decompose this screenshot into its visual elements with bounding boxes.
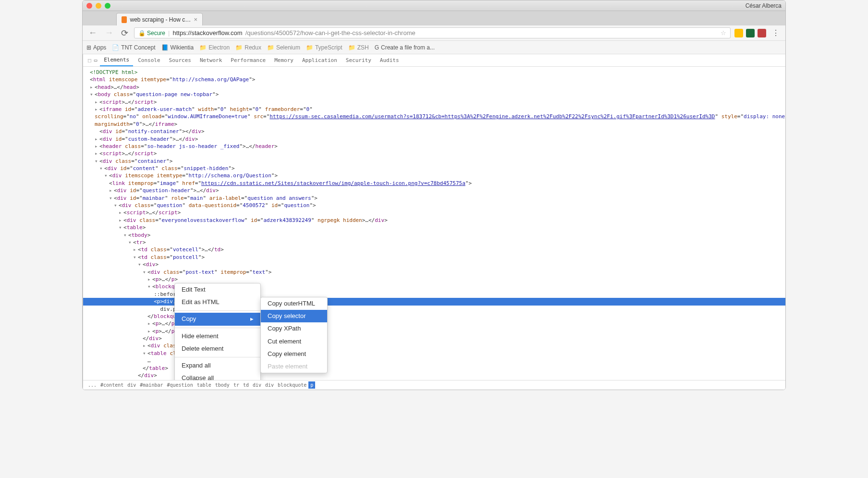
browser-window: César Alberca web scraping - How can I g… (82, 0, 786, 390)
dt-tab-network[interactable]: Network (196, 55, 226, 66)
dt-tab-elements[interactable]: Elements (100, 54, 133, 66)
apps-button[interactable]: ⊞ Apps (86, 44, 106, 51)
ctx-cut[interactable]: Cut element (261, 335, 327, 348)
forward-button[interactable]: → (103, 28, 115, 38)
extension-icon[interactable] (734, 29, 743, 37)
dt-tab-sources[interactable]: Sources (165, 55, 195, 66)
so-favicon (122, 16, 127, 23)
maximize-window-button[interactable] (105, 3, 110, 9)
bookmark-bar: ⊞ Apps 📄 TNT Concept 📘 Wikientia 📁 Elect… (83, 41, 785, 54)
bookmark-item[interactable]: G Create a file from a... (375, 44, 435, 51)
ctx-copy-el[interactable]: Copy element (261, 348, 327, 360)
bookmark-folder[interactable]: 📁 ZSH (348, 44, 369, 51)
ctx-expand[interactable]: Expand all (175, 359, 260, 372)
dt-tab-audits[interactable]: Audits (376, 55, 403, 66)
address-bar[interactable]: 🔒Secure | https://stackoverflow.com/ques… (134, 27, 731, 38)
dt-tab-security[interactable]: Security (342, 55, 375, 66)
devtools: ⬚ ▭ Elements Console Sources Network Per… (83, 54, 786, 390)
context-submenu: Copy outerHTML Copy selector Copy XPath … (260, 297, 328, 373)
ctx-copy-xpath[interactable]: Copy XPath (261, 322, 327, 335)
dt-tab-memory[interactable]: Memory (270, 55, 297, 66)
extension-icon[interactable] (758, 29, 766, 37)
lock-icon: 🔒 (138, 30, 146, 37)
titlebar: César Alberca (83, 0, 785, 11)
ctx-collapse[interactable]: Collapse all (175, 372, 260, 380)
bookmark-folder[interactable]: 📁 TypeScript (306, 44, 342, 51)
context-menu: Edit Text Edit as HTML Copy▸ Hide elemen… (174, 283, 261, 380)
dt-tab-application[interactable]: Application (298, 55, 341, 66)
ctx-edit-text[interactable]: Edit Text (175, 283, 260, 296)
profile-name[interactable]: César Alberca (746, 2, 782, 9)
devtools-toolbar: ⬚ ▭ Elements Console Sources Network Per… (83, 54, 786, 67)
extension-icons (734, 29, 766, 37)
close-window-button[interactable] (86, 3, 92, 9)
browser-tab[interactable]: web scraping - How can I get × (116, 13, 203, 25)
minimize-window-button[interactable] (96, 3, 101, 9)
bookmark-item[interactable]: 📄 TNT Concept (112, 44, 155, 51)
dt-tab-console[interactable]: Console (134, 55, 164, 66)
dt-tab-performance[interactable]: Performance (227, 55, 269, 66)
element-breadcrumb[interactable]: ... #content div #mainbar #question tabl… (83, 380, 786, 390)
tab-strip: web scraping - How can I get × (83, 11, 785, 25)
ctx-edit-html[interactable]: Edit as HTML (175, 296, 260, 308)
elements-panel[interactable]: <!DOCTYPE html> <html itemscope itemtype… (83, 67, 786, 380)
bookmark-folder[interactable]: 📁 Electron (199, 44, 230, 51)
chrome-menu-button[interactable]: ⋮ (770, 28, 782, 37)
url-host: https://stackoverflow.com (172, 29, 242, 37)
traffic-lights (86, 3, 110, 9)
extension-icon[interactable] (746, 29, 755, 37)
back-button[interactable]: ← (86, 28, 99, 38)
device-icon[interactable]: ▭ (94, 57, 98, 63)
bookmark-item[interactable]: 📘 Wikientia (161, 44, 194, 51)
bookmark-folder[interactable]: 📁 Redux (235, 44, 261, 51)
ctx-hide[interactable]: Hide element (175, 330, 260, 343)
ctx-copy-outer[interactable]: Copy outerHTML (261, 297, 327, 310)
chevron-right-icon: ▸ (250, 315, 254, 323)
ctx-copy[interactable]: Copy▸ (175, 313, 260, 325)
ctx-copy-selector[interactable]: Copy selector (261, 310, 327, 322)
content-area: Questions Developer JobsBETA Documentati… (83, 54, 785, 390)
secure-badge: 🔒Secure (138, 30, 165, 37)
bookmark-folder[interactable]: 📁 Selenium (267, 44, 300, 51)
url-path: /questions/4500572/how-can-i-get-the-css… (245, 29, 416, 37)
inspect-icon[interactable]: ⬚ (88, 57, 91, 63)
devtools-body: <!DOCTYPE html> <html itemscope itemtype… (83, 67, 786, 380)
url-bar: ← → ⟳ 🔒Secure | https://stackoverflow.co… (83, 25, 785, 41)
tab-close-button[interactable]: × (194, 16, 197, 23)
tab-title: web scraping - How can I get (130, 16, 191, 23)
ctx-delete[interactable]: Delete element (175, 343, 260, 355)
reload-button[interactable]: ⟳ (119, 28, 130, 38)
bookmark-star-icon[interactable]: ☆ (721, 29, 726, 37)
ctx-paste: Paste element (261, 360, 327, 373)
